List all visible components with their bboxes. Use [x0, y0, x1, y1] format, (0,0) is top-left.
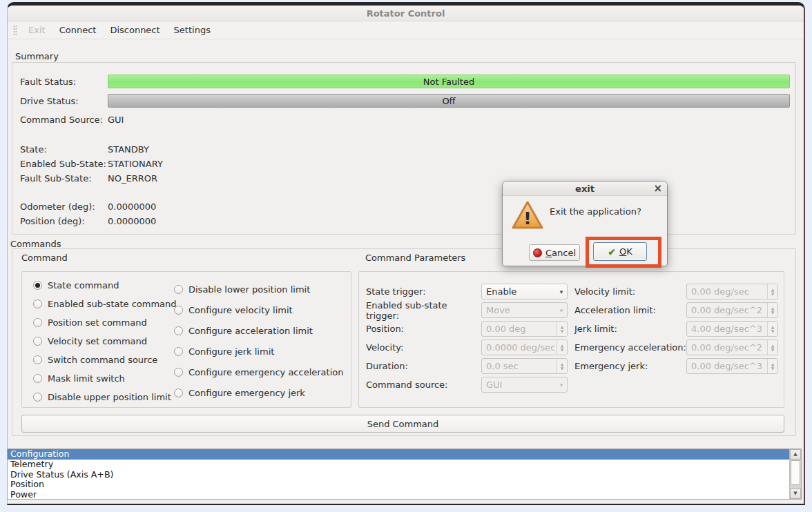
enabled-sub-state-row: Enabled Sub-State: STATIONARY — [20, 157, 790, 170]
radio-state-command[interactable]: State command — [33, 276, 177, 295]
list-item-power[interactable]: Power — [8, 490, 789, 500]
radio-icon — [33, 393, 42, 402]
command-source-label: Command Source: — [20, 115, 108, 125]
fault-status-label: Fault Status: — [20, 77, 108, 87]
drive-status-value: Off — [442, 96, 455, 106]
scroll-up-button[interactable]: ▲ — [790, 449, 801, 460]
close-icon[interactable]: × — [653, 182, 662, 195]
state-trigger-value: Enable — [482, 286, 556, 297]
position-label: Position (deg): — [20, 216, 108, 226]
scrollbar-thumb[interactable] — [791, 460, 800, 485]
jerk-limit-row: Jerk limit: 4.00 deg/sec^3 ▲▼ — [574, 319, 778, 338]
fault-status-bar: Not Faulted — [108, 75, 790, 88]
radio-mask-limit-switch[interactable]: Mask limit switch — [33, 369, 177, 388]
radio-icon — [174, 326, 183, 335]
menu-bar: Exit Connect Disconnect Settings — [8, 21, 804, 39]
enabled-sub-state-trigger-label: Enabled sub-state trigger: — [366, 300, 481, 321]
scroll-down-button[interactable]: ▼ — [790, 489, 801, 499]
state-trigger-label: State trigger: — [366, 286, 481, 297]
radio-disable-upper-position-limit[interactable]: Disable upper position limit — [33, 388, 177, 406]
drive-status-label: Drive Status: — [20, 96, 108, 106]
radio-label: Enabled sub-state command — [48, 299, 177, 309]
acceleration-limit-spinbox: 0.00 deg/sec^2 ▲▼ — [686, 302, 778, 318]
command-group: State command Enabled sub-state command … — [21, 271, 351, 408]
radio-icon — [33, 299, 42, 308]
radio-configure-emergency-jerk[interactable]: Configure emergency jerk — [174, 382, 343, 403]
radio-label: Disable lower position limit — [188, 284, 310, 295]
radio-velocity-set-command[interactable]: Velocity set command — [33, 332, 177, 351]
spinner-buttons: ▲▼ — [557, 340, 567, 355]
state-value: STANDBY — [108, 144, 149, 155]
radio-label: Disable upper position limit — [48, 392, 171, 402]
stop-icon — [533, 248, 542, 257]
enabled-sub-state-trigger-dropdown: Move ▾ — [481, 302, 568, 318]
dialog-titlebar[interactable]: exit × — [503, 181, 667, 196]
commands-section-label: Commands — [10, 239, 61, 249]
spinner-buttons: ▲▼ — [767, 322, 777, 336]
radio-position-set-command[interactable]: Position set command — [33, 313, 177, 332]
radio-configure-velocity-limit[interactable]: Configure velocity limit — [174, 299, 343, 320]
command-source-param-row: Command source: GUI ▾ — [366, 375, 568, 394]
radio-icon — [174, 285, 183, 294]
app-window: Rotator Control Exit Connect Disconnect … — [7, 2, 805, 505]
fault-sub-state-label: Fault Sub-State: — [20, 173, 108, 184]
radio-icon — [33, 355, 42, 364]
emergency-jerk-value: 0.00 deg/sec^3 — [687, 361, 767, 371]
spin-down-icon: ▼ — [771, 311, 775, 315]
fault-status-value: Not Faulted — [423, 77, 474, 87]
send-command-button[interactable]: Send Command — [21, 415, 784, 433]
spinner-buttons: ▲▼ — [767, 284, 777, 299]
spin-down-icon: ▼ — [771, 366, 775, 371]
command-options-left: State command Enabled sub-state command … — [33, 276, 177, 406]
emergency-acceleration-row: Emergency acceleration: 0.00 deg/sec^2 ▲… — [574, 338, 778, 357]
state-trigger-row: State trigger: Enable ▾ — [366, 282, 568, 301]
velocity-limit-label: Velocity limit: — [574, 286, 686, 297]
list-item-position[interactable]: Position — [8, 480, 789, 490]
radio-label: Configure jerk limit — [188, 346, 274, 357]
radio-enabled-sub-state-command[interactable]: Enabled sub-state command — [33, 295, 177, 313]
menu-item-connect[interactable]: Connect — [54, 23, 102, 37]
menu-item-settings[interactable]: Settings — [168, 23, 216, 37]
list-item-drive-status[interactable]: Drive Status (Axis A+B) — [8, 470, 789, 480]
emergency-jerk-row: Emergency jerk: 0.00 deg/sec^3 ▲▼ — [574, 357, 778, 375]
position-param-row: Position: 0.00 deg ▲▼ — [366, 319, 568, 338]
list-item-telemetry[interactable]: Telemetry — [8, 460, 789, 470]
toolbar-grip-icon — [13, 25, 17, 36]
summary-panel: Fault Status: Not Faulted Drive Status: … — [12, 62, 796, 235]
state-label: State: — [20, 144, 108, 155]
radio-label: Position set command — [48, 317, 147, 328]
exclamation-mark: ! — [523, 208, 531, 228]
cancel-button[interactable]: Cancel — [529, 244, 580, 261]
emergency-acceleration-spinbox: 0.00 deg/sec^2 ▲▼ — [686, 339, 778, 355]
radio-switch-command-source[interactable]: Switch command source — [33, 351, 177, 369]
summary-section-label: Summary — [15, 51, 59, 61]
state-trigger-dropdown[interactable]: Enable ▾ — [481, 284, 568, 299]
list-item-configuration[interactable]: Configuration — [8, 449, 789, 460]
spin-down-icon: ▼ — [561, 366, 564, 371]
odometer-label: Odometer (deg): — [20, 201, 108, 212]
acceleration-limit-value: 0.00 deg/sec^2 — [687, 305, 767, 315]
radio-label: Switch command source — [48, 355, 157, 365]
command-source-row: Command Source: GUI — [20, 112, 790, 126]
odometer-value: 0.0000000 — [108, 201, 156, 212]
radio-label: Configure emergency jerk — [188, 388, 305, 398]
window-titlebar[interactable]: Rotator Control — [8, 6, 804, 21]
radio-label: Configure velocity limit — [188, 305, 293, 315]
dialog-title: exit — [575, 184, 594, 194]
emergency-jerk-label: Emergency jerk: — [574, 361, 686, 371]
position-row: Position (deg): 0.0000000 — [20, 214, 790, 228]
radio-icon — [174, 368, 183, 377]
list-scrollbar[interactable]: ▲ ▼ — [789, 449, 801, 499]
radio-icon — [174, 347, 183, 356]
emergency-acceleration-label: Emergency acceleration: — [574, 342, 686, 353]
radio-disable-lower-position-limit[interactable]: Disable lower position limit — [174, 279, 343, 299]
cancel-button-label: Cancel — [545, 248, 576, 258]
chevron-down-icon: ▾ — [556, 288, 567, 295]
velocity-param-label: Velocity: — [366, 342, 481, 353]
enabled-sub-state-label: Enabled Sub-State: — [20, 159, 108, 169]
radio-configure-emergency-acceleration[interactable]: Configure emergency acceleration — [174, 362, 343, 382]
menu-item-disconnect[interactable]: Disconnect — [104, 23, 165, 37]
radio-configure-jerk-limit[interactable]: Configure jerk limit — [174, 341, 343, 362]
radio-configure-acceleration-limit[interactable]: Configure acceleration limit — [174, 320, 343, 341]
spin-down-icon: ▼ — [771, 348, 775, 352]
